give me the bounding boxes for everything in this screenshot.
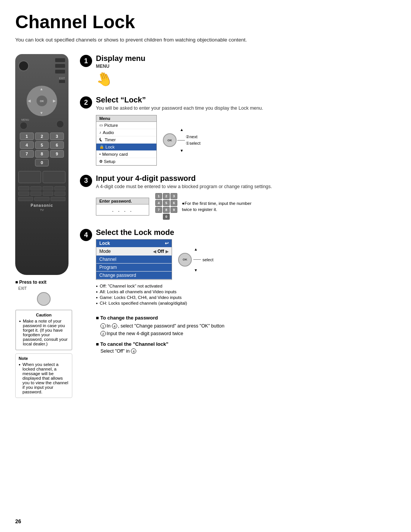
nav-labels: ②next ①select [186, 134, 201, 146]
lock-note-3: CH: Locks specified channels (analog/dig… [96, 301, 396, 305]
remote-exit-btn [59, 80, 65, 83]
remote-dpad: ▲ ▼ ◀ ▶ OK [27, 86, 57, 116]
mode-label: Mode [99, 249, 111, 254]
remote-num-3: 3 [50, 133, 64, 140]
channel-label: Channel [99, 257, 116, 262]
step-2: 2 Select “Lock” You will be asked to ent… [80, 96, 396, 166]
numpad-small: 1 2 3 4 5 6 7 8 9 0 [155, 193, 177, 220]
change-password-section: To change the password 1In 4, select "Ch… [96, 315, 396, 337]
hand-icon: 🤚 [94, 69, 115, 90]
page-title: Channel Lock [15, 11, 396, 32]
menu-label-lock: Lock [105, 145, 115, 149]
remote-num-6: 6 [50, 141, 64, 149]
remote-num-4: 4 [20, 141, 34, 149]
menu-label-setup: Setup [104, 159, 115, 164]
lock-note-1: All: Locks all channels and Video inputs [96, 289, 396, 294]
menu-item-picture: ▭ Picture [96, 122, 156, 129]
remote-num-5: 5 [35, 141, 49, 149]
ns-7: 7 [155, 207, 162, 213]
lock-label: Lock [99, 241, 110, 246]
ns-6: 6 [170, 200, 177, 206]
setup-icon: ✿ [99, 159, 102, 163]
remote-num-8: 8 [35, 150, 49, 158]
step-4-number: 4 [80, 229, 92, 241]
dpad-ok: OK [37, 96, 47, 106]
step-1: 1 Display menu MENU 🤚 [80, 54, 396, 87]
mode-left-arrow: ◀ [153, 249, 156, 254]
caution-text: Make a note of your password in case you… [19, 319, 68, 346]
press-to-exit-title: Press to exit [15, 280, 72, 285]
select-label: select [202, 257, 213, 262]
remote-btn-r2 [55, 64, 65, 68]
remote-num-1: 1 [20, 133, 34, 140]
program-label: Program [99, 265, 117, 270]
menu-item-audio: ♪ Audio [96, 129, 156, 136]
step-2-desc: You will be asked to enter your password… [96, 105, 396, 112]
note-text: When you select a locked channel, a mess… [19, 362, 69, 394]
step-3-title: Input your 4-digit password [96, 174, 396, 183]
step-2-title: Select “Lock” [96, 96, 396, 104]
change-pw-steps: 1In 4, select "Change password" and pres… [96, 322, 396, 337]
menu-label: MENU [21, 118, 29, 121]
cancel-lock-desc: Select "Off" in 4 [100, 348, 396, 354]
menu-label-timer: Timer [105, 137, 116, 142]
menu-item-memory-card: ▪ Memory card [96, 151, 156, 158]
lockmode-channel-row: Channel [96, 256, 172, 264]
lockmode-mode-row: Mode ◀ Off ▶ [96, 248, 172, 256]
mode-arrows: ◀ Off ▶ [153, 249, 169, 254]
lock-icon: 🔒 [99, 145, 104, 149]
caution-box: Caution Make a note of your password in … [15, 310, 72, 350]
menu-item-timer: ⏾ Timer [96, 136, 156, 144]
lockmode-lock-row: Lock ↩ [96, 240, 172, 248]
lock-back-icon: ↩ [165, 241, 169, 246]
change-pw-step-1: 1In 4, select "Change password" and pres… [100, 322, 396, 330]
memory-card-icon: ▪ [99, 152, 101, 156]
cancel-lock-title: To cancel the "Channel lock" [96, 341, 396, 347]
ok-circle: OK [163, 133, 177, 147]
remote-btn-r3 [55, 69, 65, 74]
lockmode-program-row: Program [96, 264, 172, 272]
remote-wide-btn-l [18, 171, 41, 183]
step-4: 4 Select the Lock mode Lock ↩ Mode ◀ [80, 228, 396, 307]
menu-item-setup: ✿ Setup [96, 158, 156, 165]
note-title: Note [19, 356, 69, 361]
lockmode-changepw-row: Change password [96, 272, 172, 280]
circle-1: 1 [100, 323, 106, 329]
remote-row-buttons [18, 186, 65, 201]
steps-column: 1 Display menu MENU 🤚 2 Select “Lock” Yo… [80, 54, 396, 398]
lockmode-ok: OK [178, 253, 192, 267]
ns-2: 2 [163, 193, 170, 199]
timer-icon: ⏾ [99, 137, 103, 142]
password-dots: . . . . [96, 204, 149, 215]
lock-note-2: Game: Locks CH3, CH4, and Video inputs [96, 295, 396, 300]
step-4-content: Select the Lock mode Lock ↩ Mode ◀ Off [96, 228, 396, 307]
ns-4: 4 [155, 200, 162, 206]
change-pw-step-2: 2Input the new 4-digit password twice [100, 330, 396, 337]
press-to-exit-section: Press to exit EXIT [15, 280, 72, 306]
exit-btn-label: EXIT [18, 286, 72, 291]
exit-button-circle [37, 292, 51, 306]
step-2-content: Select “Lock” You will be asked to enter… [96, 96, 396, 166]
ns-5: 5 [163, 200, 170, 206]
password-ui: Enter password. . . . . 1 2 3 4 5 6 7 8 … [96, 193, 396, 220]
remote-num-7: 7 [20, 150, 34, 158]
intro-text: You can lock out specified channels or s… [15, 37, 396, 43]
remote-side-btn [56, 120, 64, 128]
ns-3: 3 [170, 193, 177, 199]
menu-header: Menu [96, 115, 156, 122]
changepw-label: Change password [99, 273, 136, 278]
step-3: 3 Input your 4-digit password A 4-digit … [80, 174, 396, 220]
remote-wide-buttons [18, 169, 65, 185]
menu-ui: Menu ▭ Picture ♪ Audio ⏾ Timer [96, 115, 396, 166]
remote-num-9: 9 [50, 150, 64, 158]
step-3-number: 3 [80, 175, 92, 187]
note-box: Note When you select a locked channel, a… [15, 353, 72, 398]
step-1-title: Display menu [96, 54, 396, 63]
remote-num-0: 0 [35, 159, 49, 166]
change-pw-title: To change the password [96, 315, 396, 321]
menu-item-lock: 🔒 Lock [96, 144, 156, 151]
step-1-number: 1 [80, 55, 92, 67]
step-2-number: 2 [80, 96, 92, 109]
step-3-content: Input your 4-digit password A 4-digit co… [96, 174, 396, 220]
remote-num-empty-l [20, 159, 34, 166]
